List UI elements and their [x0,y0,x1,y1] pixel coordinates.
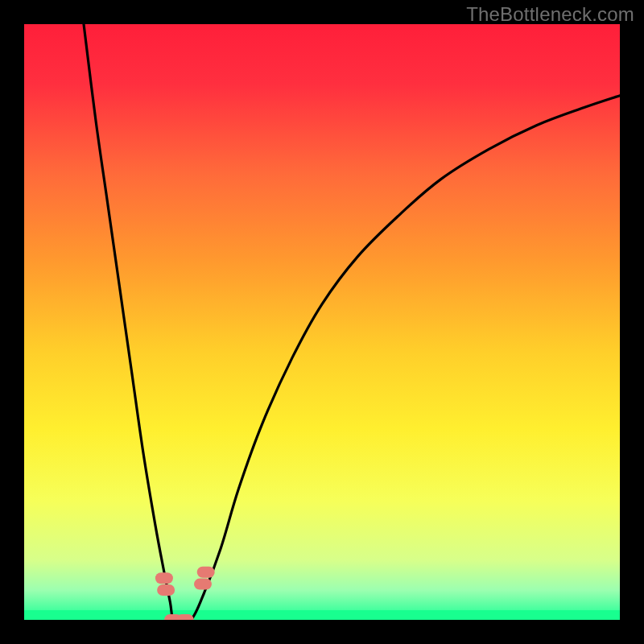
plot-area [24,24,620,620]
svg-rect-0 [24,24,620,620]
chart-frame: TheBottleneck.com [0,0,644,644]
watermark-text: TheBottleneck.com [466,3,634,26]
svg-rect-1 [24,610,620,620]
gradient-background [24,24,620,620]
